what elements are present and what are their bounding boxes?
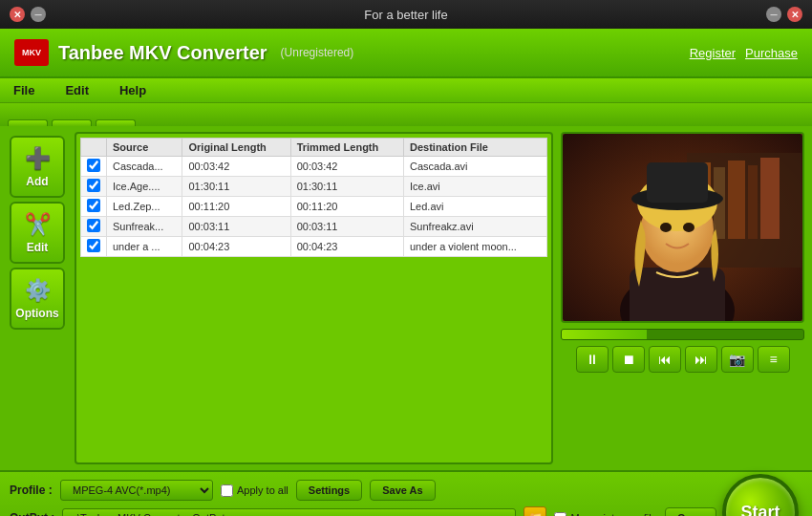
camera-button[interactable]: 📷 [721,346,754,373]
main-area: ➕ Add ✂️ Edit ⚙️ Options Source Original… [0,126,812,470]
profile-row: Profile : MPEG-4 AVC(*.mp4) Apply to all… [10,480,716,501]
browse-button[interactable]: 📁 [524,506,546,516]
row-source: Cascada... [107,157,182,177]
thumbnail-svg [563,134,804,323]
progress-bar[interactable] [561,329,804,340]
svg-rect-6 [760,158,780,239]
save-as-button[interactable]: Save As [370,480,435,501]
svg-point-13 [660,223,672,232]
table-row: Sunfreak... 00:03:11 00:03:11 Sunfreakz.… [81,217,547,237]
row-trimmed: 00:03:11 [290,217,403,237]
row-original: 00:04:23 [182,237,290,257]
edit-button[interactable]: ✂️ Edit [10,202,65,264]
close-button-right[interactable]: ✕ [787,7,802,22]
add-button[interactable]: ➕ Add [10,136,65,198]
row-source: under a ... [107,237,182,257]
output-row: OutPut : 📁 Merge into one file Open [10,506,716,516]
start-button[interactable]: Start [722,474,799,516]
options-button[interactable]: ⚙️ Options [10,268,65,330]
row-checkbox-2[interactable] [87,199,100,212]
col-header-source: Source [107,139,182,157]
stop-button[interactable]: ⏹ [612,346,645,373]
merge-label: Merge into one file [570,512,657,516]
minimize-button-right[interactable]: ─ [766,7,781,22]
file-table: Source Original Length Trimmed Length De… [80,138,547,257]
prev-button[interactable]: ⏮ [649,346,681,373]
preview-area: ⏸ ⏹ ⏮ ⏭ 📷 ≡ [561,132,804,464]
tab-3[interactable] [96,119,136,126]
apply-all-check[interactable]: Apply to all [221,484,288,497]
svg-rect-5 [748,165,758,239]
row-checkbox-1[interactable] [87,179,100,192]
merge-check[interactable]: Merge into one file [554,512,657,517]
row-trimmed: 00:03:42 [290,157,403,177]
app-logo: MKV Tanbee MKV Converter (Unregistered) [14,39,353,66]
purchase-button[interactable]: Purchase [745,46,798,60]
row-check-cell[interactable] [81,237,107,257]
row-original: 01:30:11 [182,177,290,197]
video-thumbnail [563,134,802,321]
bottom-section: Profile : MPEG-4 AVC(*.mp4) Apply to all… [0,470,812,516]
col-header-trimmed: Trimmed Length [290,139,403,157]
row-original: 00:03:42 [182,157,290,177]
svg-rect-12 [647,162,708,203]
col-header-check [81,139,107,157]
pause-button[interactable]: ⏸ [576,346,609,373]
profile-label: Profile : [10,484,53,497]
menu-help[interactable]: Help [114,81,152,99]
top-tabs [0,103,812,126]
app-subtitle: (Unregistered) [281,46,354,59]
table-row: Ice.Age.... 01:30:11 01:30:11 Ice.avi [81,177,547,197]
row-trimmed: 00:04:23 [290,237,403,257]
row-check-cell[interactable] [81,217,107,237]
edit-label: Edit [27,241,49,254]
edit-icon: ✂️ [25,212,51,237]
row-check-cell[interactable] [81,157,107,177]
register-button[interactable]: Register [690,46,736,60]
row-check-cell[interactable] [81,177,107,197]
row-dest: Led.avi [404,197,547,217]
next-button[interactable]: ⏭ [685,346,717,373]
close-button[interactable]: ✕ [10,7,25,22]
row-dest: Sunfreakz.avi [404,217,547,237]
sidebar: ➕ Add ✂️ Edit ⚙️ Options [8,132,67,464]
row-dest: Cascada.avi [404,157,547,177]
output-path-input[interactable] [62,508,516,516]
row-checkbox-0[interactable] [87,159,100,172]
row-source: Led.Zep... [107,197,182,217]
app-title: Tanbee MKV Converter [58,42,267,64]
row-source: Sunfreak... [107,217,182,237]
merge-checkbox[interactable] [554,512,566,517]
menu-file[interactable]: File [8,81,40,99]
options-label: Options [15,307,58,320]
profile-select[interactable]: MPEG-4 AVC(*.mp4) [60,480,213,501]
menu-button[interactable]: ≡ [758,346,790,373]
menu-edit[interactable]: Edit [59,81,95,99]
title-bar: ✕ ─ For a better life ─ ✕ [0,0,812,29]
settings-button[interactable]: Settings [296,480,362,501]
app-header: MKV Tanbee MKV Converter (Unregistered) … [0,29,812,78]
title-bar-left-controls: ✕ ─ [10,7,46,22]
row-trimmed: 01:30:11 [290,177,403,197]
open-button[interactable]: Open [665,507,716,516]
row-original: 00:11:20 [182,197,290,217]
row-checkbox-3[interactable] [87,219,100,232]
row-original: 00:03:11 [182,217,290,237]
apply-all-checkbox[interactable] [221,484,233,497]
svg-point-14 [683,223,694,232]
svg-rect-8 [630,268,725,323]
menu-bar: File Edit Help [0,78,812,103]
video-preview [561,132,804,323]
tab-1[interactable] [8,119,48,126]
row-check-cell[interactable] [81,197,107,217]
add-icon: ➕ [25,146,51,171]
apply-all-label: Apply to all [237,484,288,496]
options-icon: ⚙️ [25,278,51,303]
window-title: For a better life [364,8,447,22]
logo-icon: MKV [14,39,49,66]
tab-2[interactable] [52,119,92,126]
row-checkbox-4[interactable] [87,239,100,252]
row-source: Ice.Age.... [107,177,182,197]
row-dest: under a violent moon... [404,237,547,257]
minimize-button[interactable]: ─ [31,7,46,22]
